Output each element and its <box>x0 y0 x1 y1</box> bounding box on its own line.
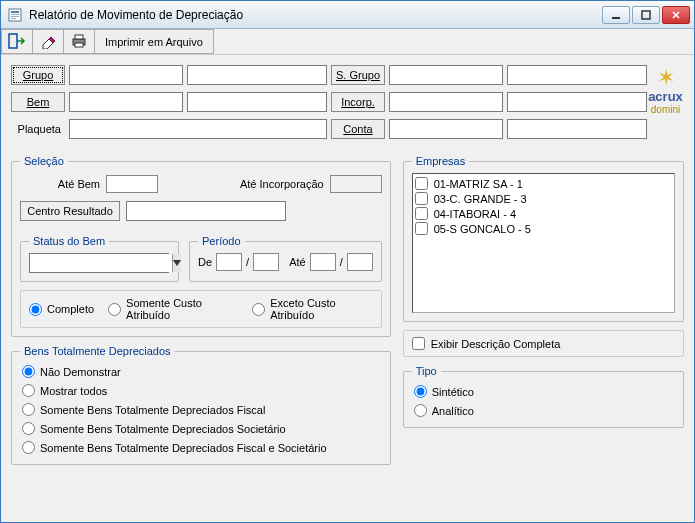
conta-button[interactable]: Conta <box>331 119 385 139</box>
radio-sintetico[interactable]: Sintético <box>414 385 673 398</box>
exit-icon <box>8 33 26 51</box>
status-periodo-row: Status do Bem Período De <box>20 227 382 282</box>
grupo-button[interactable]: Grupo <box>11 65 65 85</box>
empresa-item[interactable]: 04-ITABORAI - 4 <box>415 206 672 221</box>
periodo-de-label: De <box>198 256 212 268</box>
top-row: Grupo S. Grupo Bem Incorp. Plaqueta Cont… <box>11 63 684 141</box>
tipo-options: Sintético Analítico <box>412 383 675 419</box>
exibir-desc-checkbox[interactable]: Exibir Descrição Completa <box>412 337 561 350</box>
grupo-code-input[interactable] <box>69 65 183 85</box>
chevron-down-icon[interactable] <box>172 254 181 272</box>
periodo-fieldset: Período De / Até / <box>189 235 382 282</box>
app-window: Relatório de Movimento de Depreciação <box>0 0 695 523</box>
selecao-fieldset: Seleção Até Bem Até Incorporação Centro … <box>11 155 391 337</box>
app-icon <box>7 7 23 23</box>
plaqueta-input[interactable] <box>69 119 327 139</box>
incorp-code-input[interactable] <box>389 92 503 112</box>
brand-logo: ✶ acrux domini <box>647 63 684 115</box>
window-title: Relatório de Movimento de Depreciação <box>29 8 602 22</box>
sgrupo-code-input[interactable] <box>389 65 503 85</box>
status-bem-legend: Status do Bem <box>29 235 109 247</box>
custo-radio-group: Completo Somente Custo Atribuído Exceto … <box>20 290 382 328</box>
print-to-file-label: Imprimir em Arquivo <box>105 36 203 48</box>
svg-rect-4 <box>11 18 16 19</box>
bens-depreciados-options: Não Demonstrar Mostrar todos Somente Ben… <box>20 363 382 456</box>
radio-completo[interactable]: Completo <box>29 303 94 316</box>
radio-mostrar-todos[interactable]: Mostrar todos <box>22 384 380 397</box>
svg-rect-5 <box>612 17 620 19</box>
empresas-legend: Empresas <box>412 155 470 167</box>
ate-incorp-input[interactable] <box>330 175 382 193</box>
logo-brand: acrux <box>647 89 684 104</box>
grupo-desc-input[interactable] <box>187 65 327 85</box>
plaqueta-label: Plaqueta <box>11 123 65 135</box>
radio-nao-demonstrar[interactable]: Não Demonstrar <box>22 365 380 378</box>
svg-rect-3 <box>11 16 19 17</box>
minimize-button[interactable] <box>602 6 630 24</box>
empresa-item[interactable]: 05-S GONCALO - 5 <box>415 221 672 236</box>
periodo-de-mes[interactable] <box>216 253 242 271</box>
left-column: Seleção Até Bem Até Incorporação Centro … <box>11 147 391 465</box>
selecao-legend: Seleção <box>20 155 68 167</box>
svg-rect-14 <box>75 43 83 47</box>
radio-somente-custo[interactable]: Somente Custo Atribuído <box>108 297 238 321</box>
maximize-button[interactable] <box>632 6 660 24</box>
bem-desc-input[interactable] <box>187 92 327 112</box>
toolbar: Imprimir em Arquivo <box>1 29 694 55</box>
periodo-de-ano[interactable] <box>253 253 279 271</box>
exibir-desc-row: Exibir Descrição Completa <box>403 330 684 357</box>
print-to-file-button[interactable]: Imprimir em Arquivo <box>94 29 214 54</box>
exit-button[interactable] <box>1 29 33 54</box>
slash-1: / <box>246 256 249 268</box>
radio-exceto-custo[interactable]: Exceto Custo Atribuído <box>252 297 373 321</box>
print-button[interactable] <box>63 29 95 54</box>
top-filter-grid: Grupo S. Grupo Bem Incorp. Plaqueta Cont… <box>11 63 647 141</box>
centro-resultado-button[interactable]: Centro Resultado <box>20 201 120 221</box>
empresa-item[interactable]: 01-MATRIZ SA - 1 <box>415 176 672 191</box>
status-bem-combo[interactable] <box>29 253 169 273</box>
radio-somente-fiscal[interactable]: Somente Bens Totalmente Depreciados Fisc… <box>22 403 380 416</box>
radio-analitico[interactable]: Analítico <box>414 404 673 417</box>
clear-button[interactable] <box>32 29 64 54</box>
status-bem-value[interactable] <box>30 254 172 272</box>
conta-code-input[interactable] <box>389 119 503 139</box>
empresa-item[interactable]: 03-C. GRANDE - 3 <box>415 191 672 206</box>
bem-button[interactable]: Bem <box>11 92 65 112</box>
tipo-fieldset: Tipo Sintético Analítico <box>403 365 684 428</box>
bens-depreciados-legend: Bens Totalmente Depreciados <box>20 345 175 357</box>
status-bem-fieldset: Status do Bem <box>20 235 179 282</box>
selecao-top-row: Até Bem Até Incorporação <box>20 173 382 199</box>
close-button[interactable] <box>662 6 690 24</box>
radio-somente-societario[interactable]: Somente Bens Totalmente Depreciados Soci… <box>22 422 380 435</box>
periodo-ate-mes[interactable] <box>310 253 336 271</box>
periodo-ate-label: Até <box>289 256 306 268</box>
incorp-desc-input[interactable] <box>507 92 647 112</box>
bem-code-input[interactable] <box>69 92 183 112</box>
right-column: Empresas 01-MATRIZ SA - 1 03-C. GRANDE -… <box>403 147 684 465</box>
ate-incorp-label: Até Incorporação <box>164 178 324 190</box>
logo-star-icon: ✶ <box>647 67 684 89</box>
svg-rect-6 <box>642 11 650 19</box>
sgrupo-desc-input[interactable] <box>507 65 647 85</box>
radio-fiscal-societario[interactable]: Somente Bens Totalmente Depreciados Fisc… <box>22 441 380 454</box>
conta-desc-input[interactable] <box>507 119 647 139</box>
periodo-legend: Período <box>198 235 245 247</box>
empresas-fieldset: Empresas 01-MATRIZ SA - 1 03-C. GRANDE -… <box>403 155 684 322</box>
centro-resultado-row: Centro Resultado <box>20 199 382 227</box>
svg-rect-2 <box>11 14 19 15</box>
logo-sub: domini <box>647 104 684 115</box>
sgrupo-button[interactable]: S. Grupo <box>331 65 385 85</box>
centro-resultado-input[interactable] <box>126 201 286 221</box>
titlebar: Relatório de Movimento de Depreciação <box>1 1 694 29</box>
ate-bem-input[interactable] <box>106 175 158 193</box>
middle-row: Seleção Até Bem Até Incorporação Centro … <box>11 147 684 465</box>
printer-icon <box>70 33 88 51</box>
incorp-button[interactable]: Incorp. <box>331 92 385 112</box>
ate-bem-label: Até Bem <box>20 178 100 190</box>
tipo-legend: Tipo <box>412 365 441 377</box>
bens-depreciados-fieldset: Bens Totalmente Depreciados Não Demonstr… <box>11 345 391 465</box>
empresas-listbox[interactable]: 01-MATRIZ SA - 1 03-C. GRANDE - 3 04-ITA… <box>412 173 675 313</box>
svg-rect-9 <box>9 34 17 48</box>
periodo-ate-ano[interactable] <box>347 253 373 271</box>
svg-rect-13 <box>75 35 83 39</box>
